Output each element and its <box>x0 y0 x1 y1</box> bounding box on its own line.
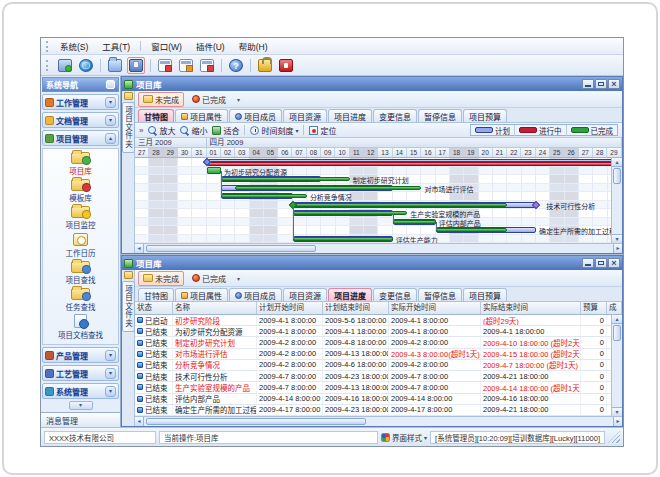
state-tab-0[interactable]: 未完成 <box>138 92 184 107</box>
chevron-button[interactable]: ▾ <box>105 368 116 379</box>
module-tab-6[interactable]: 暂停信息 <box>418 109 462 122</box>
gantt-bar[interactable] <box>293 203 508 207</box>
close-button[interactable] <box>608 79 620 89</box>
table-row[interactable]: 已结束生产实验室规模的产品2009-4-7 8:00:002009-4-13 1… <box>135 382 611 393</box>
interface-style-dropdown[interactable]: 界面样式 ▾ <box>381 432 427 443</box>
scrollbar-thumb[interactable] <box>146 418 366 425</box>
maximize-button[interactable] <box>595 79 607 89</box>
module-tab-4[interactable]: 项目进度 <box>328 109 372 122</box>
gantt-bar[interactable] <box>221 177 350 181</box>
minimize-button[interactable] <box>582 79 594 89</box>
close-button[interactable] <box>608 258 620 268</box>
gantt-chart[interactable]: 为初步研究分配资源制定初步研究计划对市场进行评估分析竞争情况技术可行性分析生产实… <box>135 158 622 243</box>
module-tab-7[interactable]: 项目预算 <box>463 109 507 122</box>
table-row[interactable]: 已结束评估内部产品2009-4-14 8:00:002009-4-16 18:0… <box>135 394 611 405</box>
maximize-button[interactable] <box>595 258 607 268</box>
module-tab-6[interactable]: 暂停信息 <box>418 288 462 301</box>
scroll-up-icon[interactable]: ▴ <box>612 315 622 324</box>
module-tab-4[interactable]: 项目进度 <box>328 288 372 301</box>
tabs-overflow-icon[interactable]: ▾ <box>237 96 240 103</box>
gantt-bar[interactable] <box>293 211 408 215</box>
scroll-down-icon[interactable]: ▾ <box>612 407 622 416</box>
sidebar-group-top-2[interactable]: 项目管理▴ <box>42 130 119 146</box>
sidebar-item-6[interactable]: 项目文档查找 <box>43 314 118 340</box>
gantt-vertical-scrollbar[interactable]: ▴▾ <box>611 158 622 243</box>
table-header-cell[interactable]: 状态 <box>135 302 173 314</box>
gantt-button-3[interactable]: 时间刻度▾ <box>250 125 298 136</box>
table-row[interactable]: 已结束对市场进行评估2009-4-2 8:00:002009-4-13 18:0… <box>135 349 611 360</box>
gantt-button-1[interactable]: 缩小 <box>180 125 207 136</box>
module-tab-7[interactable]: 项目预算 <box>463 288 507 301</box>
toolbar-grip[interactable] <box>46 41 50 52</box>
sidebar-header[interactable]: 系统导航 <box>42 77 119 92</box>
sidebar-item-1[interactable]: 模板库 <box>43 179 118 203</box>
minimize-button[interactable] <box>582 258 594 268</box>
resize-grip[interactable] <box>608 431 620 443</box>
help-button[interactable] <box>227 57 245 74</box>
gantt-bar[interactable] <box>235 186 421 190</box>
module-tab-3[interactable]: 项目资源 <box>283 109 327 122</box>
module-tab-3[interactable]: 项目资源 <box>283 288 327 301</box>
table-header-cell[interactable]: 计划结束时间 <box>323 302 389 314</box>
table-vertical-scrollbar[interactable]: ▴ ▾ <box>611 315 622 416</box>
chevron-button[interactable]: ▾ <box>105 97 116 108</box>
table-header-cell[interactable]: 实际开始时间 <box>389 302 481 314</box>
gantt-bar[interactable] <box>293 237 393 241</box>
chevron-button[interactable]: ▾ <box>105 386 116 397</box>
tab-message-management[interactable]: 消息管理 <box>41 412 120 427</box>
state-tab-0[interactable]: 未完成 <box>138 271 184 286</box>
scroll-right-icon[interactable]: ▸ <box>613 244 622 253</box>
table-header-cell[interactable]: 名称 <box>173 302 257 314</box>
exit-button[interactable] <box>277 57 295 74</box>
tab-project-folder[interactable]: 项目文件夹 <box>122 281 135 332</box>
menu-item-5[interactable]: 帮助(H) <box>232 39 275 53</box>
table-row[interactable]: 已启动初步研究阶段2009-4-1 8:00:002009-5-6 18:00:… <box>135 315 611 326</box>
gantt-bar[interactable] <box>207 162 622 166</box>
module-tab-0[interactable]: 甘特图 <box>138 109 174 122</box>
sidebar-item-3[interactable]: 工作日历 <box>43 233 118 258</box>
gantt-button-2[interactable]: 适合 <box>212 125 239 136</box>
tab-project-folder[interactable]: 项目文件夹 <box>122 102 135 153</box>
chevron-button[interactable]: ▴ <box>105 133 116 144</box>
window-list-button[interactable] <box>177 57 195 74</box>
table-header-cell[interactable]: 计划开始时间 <box>257 302 323 314</box>
sidebar-group-top-1[interactable]: 文档管理▾ <box>42 112 119 128</box>
module-tab-0[interactable]: 甘特图 <box>138 288 174 301</box>
gantt-button-0[interactable]: 放大 <box>148 125 175 136</box>
table-row[interactable]: 已结束制定初步研究计划2009-4-2 8:00:002009-4-8 18:0… <box>135 337 611 348</box>
scrollbar-thumb[interactable] <box>613 168 621 184</box>
remote-desktop-button[interactable] <box>56 57 74 74</box>
globe-button[interactable] <box>77 57 95 74</box>
gantt-bar[interactable] <box>207 167 221 174</box>
gantt-bar[interactable] <box>221 194 307 198</box>
state-tab-1[interactable]: 已完成 <box>187 271 231 286</box>
table-row[interactable]: 已结束技术可行性分析2009-4-7 8:00:002009-4-23 18:0… <box>135 371 611 382</box>
scrollbar-thumb[interactable] <box>613 325 621 341</box>
table-window-titlebar[interactable]: 项目库 <box>122 256 622 270</box>
scroll-up-icon[interactable]: ▴ <box>612 158 622 167</box>
menu-item-4[interactable]: 插件(U) <box>189 39 232 53</box>
window-config-button[interactable] <box>198 57 216 74</box>
gantt-horizontal-scrollbar[interactable]: ◂ ▸ <box>135 243 622 253</box>
module-tab-2[interactable]: 项目成员 <box>229 109 282 122</box>
state-tab-1[interactable]: 已完成 <box>187 92 231 107</box>
module-tab-1[interactable]: 项目属性 <box>175 288 228 301</box>
scroll-down-icon[interactable]: ▾ <box>612 234 622 243</box>
sidebar-item-4[interactable]: 项目查找 <box>43 261 118 285</box>
gantt-bar[interactable] <box>393 220 436 224</box>
lock-button[interactable] <box>256 57 274 74</box>
sidebar-item-0[interactable]: 项目库 <box>43 152 118 176</box>
table-horizontal-scrollbar[interactable]: ◂ ▸ <box>135 416 622 426</box>
sidebar-group-bottom-2[interactable]: 系统管理▾ <box>42 383 119 399</box>
sidebar-item-5[interactable]: 任务查找 <box>43 288 118 312</box>
menu-item-0[interactable]: 系统(S) <box>53 39 95 53</box>
sidebar-group-bottom-1[interactable]: 工艺管理▾ <box>42 365 119 381</box>
module-tab-5[interactable]: 变更信息 <box>373 288 417 301</box>
table-header-cell[interactable]: 成 <box>607 302 622 314</box>
table-row[interactable]: 已结束为初步研究分配资源2009-4-1 8:00:002009-4-1 18:… <box>135 326 611 337</box>
chevron-button[interactable]: ▾ <box>105 350 116 361</box>
scrollbar-thumb[interactable] <box>146 245 316 252</box>
scroll-left-icon[interactable]: ◂ <box>135 244 144 253</box>
scroll-left-icon[interactable]: ◂ <box>135 417 144 426</box>
gantt-window-titlebar[interactable]: 项目库 <box>122 77 622 91</box>
